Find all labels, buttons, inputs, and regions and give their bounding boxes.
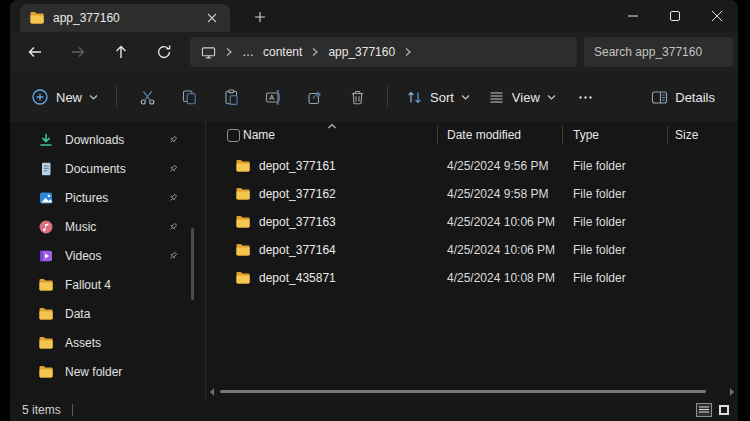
sidebar-label: Fallout 4 — [65, 278, 111, 292]
file-name: depot_377163 — [259, 215, 336, 229]
sidebar-item-music[interactable]: Music — [10, 212, 205, 241]
view-button[interactable]: View — [479, 80, 565, 114]
folder-icon — [235, 242, 251, 258]
sidebar-label: Videos — [65, 249, 101, 263]
chevron-right-icon — [311, 47, 319, 57]
sidebar-item-data[interactable]: Data — [10, 299, 205, 328]
breadcrumb-app-377160[interactable]: app_377160 — [328, 45, 395, 59]
file-name: depot_377161 — [259, 159, 336, 173]
file-row-depot_377161[interactable]: depot_377161 4/25/2024 9:56 PM File fold… — [207, 152, 738, 180]
sidebar-item-new-folder[interactable]: New folder — [10, 357, 205, 386]
details-view-toggle[interactable] — [696, 403, 712, 417]
file-type: File folder — [573, 243, 626, 257]
share-button[interactable] — [294, 80, 336, 114]
sidebar-item-assets[interactable]: Assets — [10, 328, 205, 357]
new-button[interactable]: New — [22, 80, 107, 114]
music-icon — [38, 219, 54, 235]
view-toggles — [696, 403, 732, 417]
new-tab-button[interactable] — [248, 7, 272, 27]
document-icon — [38, 161, 54, 177]
search-input[interactable] — [594, 45, 723, 59]
sidebar-scrollbar[interactable] — [191, 228, 194, 300]
cut-button[interactable] — [126, 80, 168, 114]
column-header-name[interactable]: Name — [243, 128, 275, 142]
scrollbar-thumb[interactable] — [220, 390, 706, 393]
scissors-icon — [139, 89, 156, 106]
file-list-pane: Name Date modified Type Size depot_37716… — [207, 122, 738, 399]
pin-icon — [167, 250, 179, 262]
sidebar-item-videos[interactable]: Videos — [10, 241, 205, 270]
file-type: File folder — [573, 187, 626, 201]
minimize-button[interactable] — [612, 0, 654, 32]
scroll-left-arrow-icon[interactable] — [210, 388, 214, 396]
back-button[interactable] — [18, 36, 52, 68]
sort-label: Sort — [430, 90, 454, 105]
copy-button[interactable] — [168, 80, 210, 114]
horizontal-scrollbar[interactable] — [210, 387, 734, 397]
file-name: depot_377162 — [259, 187, 336, 201]
scroll-right-arrow-icon[interactable] — [730, 388, 734, 396]
paste-button[interactable] — [210, 80, 252, 114]
column-header-date-modified[interactable]: Date modified — [447, 128, 521, 142]
thumbnail-view-icon — [719, 405, 729, 415]
pin-icon — [167, 163, 179, 175]
details-pane-button[interactable]: Details — [642, 80, 724, 114]
sidebar-item-fallout4[interactable]: Fallout 4 — [10, 270, 205, 299]
plus-icon — [254, 11, 266, 23]
forward-button[interactable] — [61, 36, 95, 68]
folder-icon — [38, 335, 54, 351]
sidebar-item-downloads[interactable]: Downloads — [10, 125, 205, 154]
file-row-depot_377163[interactable]: depot_377163 4/25/2024 10:06 PM File fol… — [207, 208, 738, 236]
screen: app_377160 — [0, 0, 750, 421]
column-divider[interactable] — [667, 126, 668, 145]
column-header-size[interactable]: Size — [675, 128, 698, 142]
folder-icon — [38, 277, 54, 293]
folder-icon — [235, 158, 251, 174]
view-icon — [488, 89, 505, 106]
explorer-tab[interactable]: app_377160 — [20, 4, 230, 32]
sort-button[interactable]: Sort — [397, 80, 479, 114]
column-header-type[interactable]: Type — [573, 128, 599, 142]
delete-button[interactable] — [336, 80, 378, 114]
sidebar-label: Music — [65, 220, 96, 234]
share-icon — [307, 89, 324, 106]
maximize-button[interactable] — [654, 0, 696, 32]
toolbar-separator — [116, 86, 117, 108]
up-button[interactable] — [104, 36, 138, 68]
refresh-button[interactable] — [147, 36, 181, 68]
close-button[interactable] — [696, 0, 738, 32]
tab-close-icon[interactable] — [203, 9, 221, 27]
column-divider[interactable] — [562, 126, 563, 145]
address-bar[interactable]: … content app_377160 — [190, 37, 577, 67]
more-options-button[interactable] — [565, 80, 607, 114]
large-icons-view-toggle[interactable] — [716, 403, 732, 417]
file-type: File folder — [573, 271, 626, 285]
navigation-pane: Downloads Documents Pictures — [10, 122, 206, 399]
pictures-icon — [38, 190, 54, 206]
rename-button[interactable]: A — [252, 80, 294, 114]
folder-icon — [29, 10, 45, 26]
sidebar-label: Assets — [65, 336, 101, 350]
status-bar: 5 items — [10, 399, 738, 421]
pin-icon — [167, 192, 179, 204]
sidebar-item-pictures[interactable]: Pictures — [10, 183, 205, 212]
breadcrumb-content[interactable]: content — [263, 45, 302, 59]
column-divider[interactable] — [437, 126, 438, 145]
file-row-depot_435871[interactable]: depot_435871 4/25/2024 10:08 PM File fol… — [207, 264, 738, 292]
file-row-depot_377164[interactable]: depot_377164 4/25/2024 10:06 PM File fol… — [207, 236, 738, 264]
sidebar-item-documents[interactable]: Documents — [10, 154, 205, 183]
column-headers: Name Date modified Type Size — [207, 122, 738, 148]
this-pc-icon[interactable] — [201, 45, 216, 60]
file-type: File folder — [573, 215, 626, 229]
caption-buttons — [612, 0, 738, 32]
select-all-checkbox[interactable] — [227, 129, 240, 142]
breadcrumb-ellipsis[interactable]: … — [242, 45, 254, 59]
new-label: New — [56, 90, 82, 105]
details-label: Details — [675, 90, 715, 105]
file-explorer-window: app_377160 — [10, 0, 738, 421]
sort-icon — [406, 89, 423, 106]
search-box[interactable] — [584, 37, 733, 67]
chevron-down-icon — [461, 94, 470, 101]
file-row-depot_377162[interactable]: depot_377162 4/25/2024 9:58 PM File fold… — [207, 180, 738, 208]
file-name: depot_435871 — [259, 271, 336, 285]
